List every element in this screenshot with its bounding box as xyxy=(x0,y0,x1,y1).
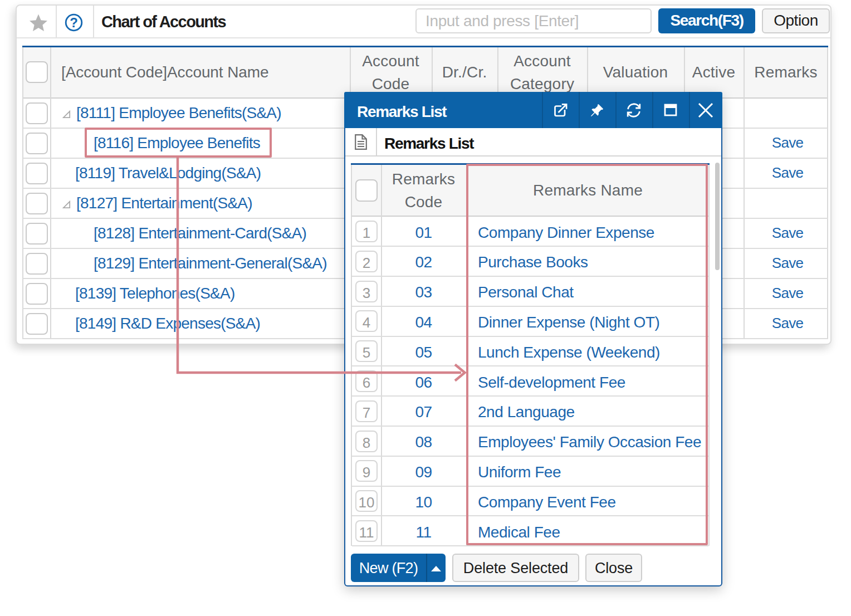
svg-text:?: ? xyxy=(70,14,78,30)
